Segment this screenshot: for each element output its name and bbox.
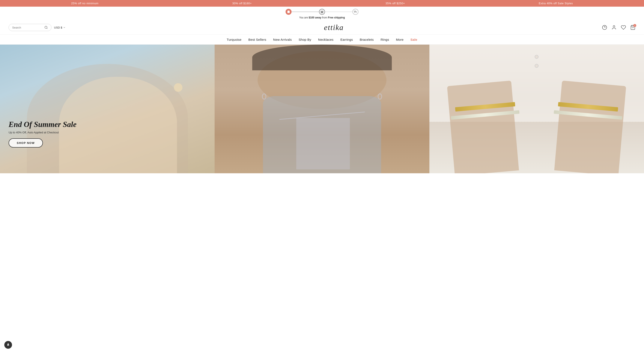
svg-point-6 <box>354 12 355 13</box>
nav-item-new-arrivals[interactable]: New Arrivals <box>273 38 292 41</box>
promo-item-2[interactable]: 30% off $180+ <box>232 2 252 5</box>
main-nav: Turquoise Best Sellers New Arrivals Shop… <box>0 35 644 45</box>
nav-item-necklaces[interactable]: Necklaces <box>318 38 334 41</box>
hero-section: End Of Summer Sale Up to 40% Off, Auto A… <box>0 45 644 173</box>
nav-item-turquoise[interactable]: Turquoise <box>227 38 242 41</box>
search-box[interactable] <box>8 24 52 31</box>
progress-node-3 <box>352 9 358 15</box>
shipping-message: You are $100 away from Free shipping <box>299 16 345 19</box>
help-icon[interactable] <box>602 25 607 30</box>
starfish-decor <box>174 83 182 92</box>
cart-count-badge: 1 <box>633 24 636 27</box>
hero-panel-2: Model wearing silver chain necklace and … <box>214 45 429 173</box>
svg-rect-4 <box>354 11 356 13</box>
svg-rect-2 <box>321 11 323 12</box>
nav-item-best-sellers[interactable]: Best Sellers <box>248 38 266 41</box>
svg-marker-5 <box>356 11 357 13</box>
progress-node-2 <box>319 9 325 15</box>
question-circle-icon <box>602 25 607 30</box>
svg-point-8 <box>45 26 47 29</box>
heart-icon <box>621 25 626 30</box>
promo-item-3[interactable]: 35% off $250+ <box>386 2 405 5</box>
wishlist-icon[interactable] <box>621 25 626 30</box>
nav-item-more[interactable]: More <box>396 38 404 41</box>
site-logo[interactable]: ettika <box>66 23 602 32</box>
header-left: USD $ <box>8 24 66 31</box>
cart-icon[interactable]: 1 <box>630 25 636 30</box>
currency-value: USD $ <box>54 26 62 29</box>
search-icon <box>44 26 48 29</box>
bag-icon <box>287 10 290 13</box>
chevron-down-icon <box>63 26 66 29</box>
shipping-progress-section: You are $100 away from Free shipping <box>0 7 644 20</box>
gift-icon <box>320 10 324 13</box>
header: USD $ ettika 1 <box>0 20 644 35</box>
hero-panel-1: End Of Summer Sale Up to 40% Off, Auto A… <box>0 45 214 173</box>
nav-item-bracelets[interactable]: Bracelets <box>360 38 374 41</box>
header-right: 1 <box>602 25 636 30</box>
promo-banner: 25% off no minimum 30% off $180+ 35% off… <box>0 0 644 7</box>
user-icon <box>612 25 616 30</box>
nav-item-rings[interactable]: Rings <box>380 38 389 41</box>
svg-point-9 <box>602 25 607 30</box>
truck-icon <box>354 10 357 13</box>
hero-panel-3: Close up of gold and silver cuff bracele… <box>430 45 644 173</box>
hero-subtext: Up to 40% Off, Auto Applied at Checkout <box>8 131 76 134</box>
svg-point-7 <box>356 12 356 13</box>
nav-item-earrings[interactable]: Earrings <box>340 38 353 41</box>
nav-item-shop-by[interactable]: Shop By <box>299 38 311 41</box>
account-icon[interactable] <box>612 25 616 30</box>
hero-headline: End Of Summer Sale <box>8 120 76 129</box>
shop-now-button[interactable]: SHOP NOW <box>8 138 43 148</box>
nav-item-sale[interactable]: Sale <box>410 38 417 41</box>
figure-silhouette-2 <box>59 77 177 173</box>
progress-track <box>286 9 358 15</box>
promo-item-1[interactable]: 25% off no minimum <box>71 2 98 5</box>
hero-panel-1-content: End Of Summer Sale Up to 40% Off, Auto A… <box>8 120 76 148</box>
promo-item-4[interactable]: Extra 40% off Sale Styles <box>539 2 573 5</box>
progress-node-1 <box>286 9 292 15</box>
currency-selector[interactable]: USD $ <box>54 26 66 29</box>
search-input[interactable] <box>12 26 43 29</box>
svg-point-11 <box>613 26 615 27</box>
